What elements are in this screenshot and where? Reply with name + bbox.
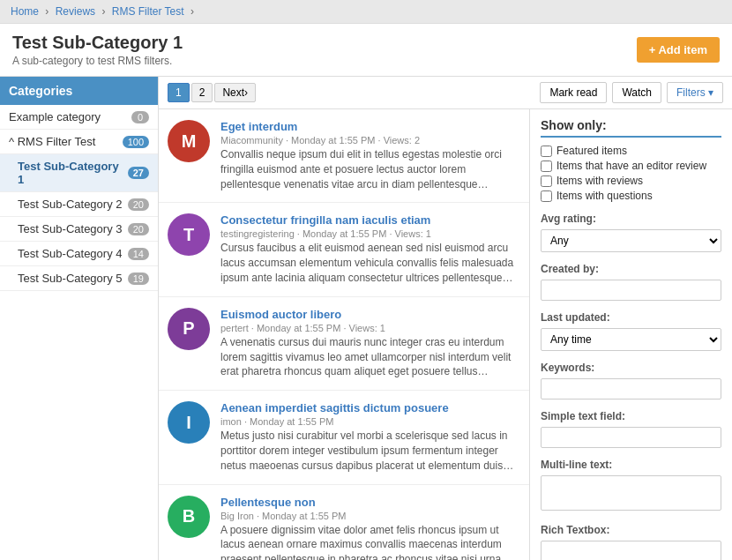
item-content: Consectetur fringilla nam iaculis etiam … — [220, 213, 520, 285]
multiline-label: Multi-line text: — [541, 459, 721, 471]
item-title[interactable]: Consectetur fringilla nam iaculis etiam — [220, 213, 430, 227]
breadcrumb: Home › Reviews › RMS Filter Test › — [0, 0, 732, 24]
page-header-left: Test Sub-Category 1 A sub-category to te… — [12, 33, 183, 67]
split-content: M Eget interdum Miacommunity · Monday at… — [159, 109, 732, 560]
item-content: Eget interdum Miacommunity · Monday at 1… — [220, 120, 520, 191]
item-title[interactable]: Euismod auctor libero — [220, 308, 341, 321]
rich-textbox-input[interactable] — [541, 541, 721, 560]
item-title[interactable]: Eget interdum — [220, 120, 297, 133]
sidebar-title: Categories — [0, 77, 158, 105]
created-by-input[interactable] — [541, 280, 721, 301]
main-layout: Categories Example category 0 ^ RMS Filt… — [0, 77, 732, 560]
filter-editor-review[interactable]: Items that have an editor review — [541, 160, 721, 172]
page-subtitle: A sub-category to test RMS filters. — [12, 55, 183, 67]
sidebar-item-rms[interactable]: ^ RMS Filter Test 100 — [0, 130, 158, 154]
multiline-textarea[interactable] — [541, 475, 721, 511]
item-body: A posuere dignissim vitae dolor amet fel… — [220, 523, 520, 560]
filters-button[interactable]: Filters ▾ — [667, 82, 723, 103]
item-meta: Miacommunity · Monday at 1:55 PM · Views… — [220, 135, 520, 146]
filter-section-title: Show only: — [541, 118, 721, 138]
avg-rating-group: Avg rating: Any 1 star 2 stars 3 stars 4… — [541, 213, 721, 252]
keywords-label: Keywords: — [541, 362, 721, 374]
breadcrumb-reviews[interactable]: Reviews — [56, 5, 95, 18]
simple-text-label: Simple text field: — [541, 410, 721, 422]
pagination: 1 2 Next› — [168, 83, 256, 102]
item-meta: imon · Monday at 1:55 PM — [220, 416, 520, 427]
last-updated-group: Last updated: Any time Today This week T… — [541, 311, 721, 351]
item-content: Euismod auctor libero pertert · Monday a… — [220, 308, 520, 379]
show-only-group: Featured items Items that have an editor… — [541, 145, 721, 202]
items-list: M Eget interdum Miacommunity · Monday at… — [159, 109, 529, 560]
filter-questions[interactable]: Items with questions — [541, 190, 721, 202]
avatar: I — [168, 401, 210, 444]
keywords-group: Keywords: — [541, 362, 721, 399]
avg-rating-select[interactable]: Any 1 star 2 stars 3 stars 4 stars 5 sta… — [541, 229, 721, 252]
rich-textbox-group: Rich Textbox: — [541, 524, 721, 560]
multiline-group: Multi-line text: — [541, 459, 721, 513]
mark-read-button[interactable]: Mark read — [540, 82, 607, 103]
page-2-button[interactable]: 2 — [191, 83, 213, 102]
keywords-input[interactable] — [541, 378, 721, 399]
page-title: Test Sub-Category 1 — [12, 33, 183, 53]
breadcrumb-home[interactable]: Home — [11, 5, 39, 18]
item-meta: testingregistering · Monday at 1:55 PM ·… — [220, 228, 520, 239]
sidebar-item-sub2[interactable]: Test Sub-Category 2 20 — [0, 192, 158, 217]
toolbar-right: Mark read Watch Filters ▾ — [540, 82, 723, 103]
item-content: Pellentesque non Big Iron · Monday at 1:… — [220, 496, 520, 560]
sidebar-item-sub3[interactable]: Test Sub-Category 3 20 — [0, 217, 158, 242]
list-item[interactable]: T Consectetur fringilla nam iaculis etia… — [159, 203, 529, 296]
content-area: 1 2 Next› Mark read Watch Filters ▾ M Eg… — [159, 77, 732, 560]
avatar: T — [168, 213, 210, 256]
breadcrumb-rms[interactable]: RMS Filter Test — [112, 5, 184, 18]
created-by-group: Created by: — [541, 263, 721, 301]
list-item[interactable]: M Eget interdum Miacommunity · Monday at… — [159, 109, 529, 203]
item-title[interactable]: Aenean imperdiet sagittis dictum posuere — [220, 401, 449, 414]
simple-text-group: Simple text field: — [541, 410, 721, 448]
item-meta: pertert · Monday at 1:55 PM · Views: 1 — [220, 323, 520, 333]
page-next-button[interactable]: Next› — [214, 83, 256, 102]
item-body: A venenatis cursus dui mauris nunc integ… — [220, 335, 520, 379]
sidebar: Categories Example category 0 ^ RMS Filt… — [0, 77, 159, 560]
item-content: Aenean imperdiet sagittis dictum posuere… — [220, 401, 520, 473]
sidebar-item-example[interactable]: Example category 0 — [0, 105, 158, 130]
page-header: Test Sub-Category 1 A sub-category to te… — [0, 24, 732, 77]
simple-text-input[interactable] — [541, 427, 721, 448]
avg-rating-label: Avg rating: — [541, 213, 721, 225]
sidebar-item-sub4[interactable]: Test Sub-Category 4 14 — [0, 242, 158, 266]
page-1-button[interactable]: 1 — [168, 83, 190, 102]
editor-review-checkbox[interactable] — [541, 161, 552, 172]
list-item[interactable]: P Euismod auctor libero pertert · Monday… — [159, 297, 529, 391]
item-title[interactable]: Pellentesque non — [220, 496, 316, 509]
item-meta: Big Iron · Monday at 1:55 PM — [220, 511, 520, 521]
questions-checkbox[interactable] — [541, 190, 552, 202]
filter-panel: Show only: Featured items Items that hav… — [529, 109, 732, 560]
avatar: B — [168, 496, 210, 538]
avatar: P — [168, 308, 210, 350]
last-updated-label: Last updated: — [541, 311, 721, 324]
sidebar-item-sub5[interactable]: Test Sub-Category 5 19 — [0, 266, 158, 291]
filter-featured[interactable]: Featured items — [541, 145, 721, 157]
featured-checkbox[interactable] — [541, 146, 552, 157]
sidebar-item-sub1[interactable]: Test Sub-Category 1 27 — [0, 154, 158, 192]
list-item[interactable]: B Pellentesque non Big Iron · Monday at … — [159, 485, 529, 560]
created-by-label: Created by: — [541, 263, 721, 275]
watch-button[interactable]: Watch — [612, 82, 661, 103]
item-body: Cursus faucibus a elit euismod aenean se… — [220, 241, 520, 285]
item-body: Metus justo nisi curabitur vel morbi a s… — [220, 429, 520, 473]
last-updated-select[interactable]: Any time Today This week This month — [541, 328, 721, 351]
filter-reviews[interactable]: Items with reviews — [541, 175, 721, 187]
avatar: M — [168, 120, 210, 162]
item-body: Convallis neque ipsum dui elit in tellus… — [220, 147, 520, 191]
reviews-checkbox[interactable] — [541, 175, 552, 187]
toolbar: 1 2 Next› Mark read Watch Filters ▾ — [159, 77, 732, 109]
add-item-button[interactable]: + Add item — [637, 37, 720, 63]
list-item[interactable]: I Aenean imperdiet sagittis dictum posue… — [159, 391, 529, 484]
rich-textbox-label: Rich Textbox: — [541, 524, 721, 536]
